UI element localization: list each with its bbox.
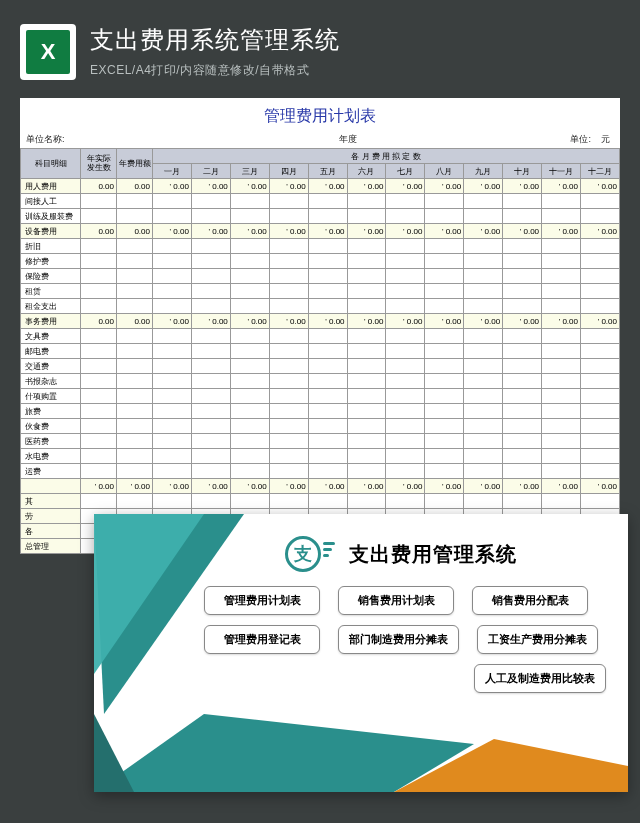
cell[interactable] xyxy=(464,194,503,209)
cell[interactable] xyxy=(347,494,386,509)
cell[interactable] xyxy=(153,194,192,209)
cell[interactable]: ' 0.00 xyxy=(464,179,503,194)
cell[interactable] xyxy=(503,344,542,359)
cell[interactable] xyxy=(230,194,269,209)
cell[interactable] xyxy=(425,374,464,389)
cell[interactable] xyxy=(117,374,153,389)
cell[interactable] xyxy=(153,434,192,449)
cell[interactable] xyxy=(425,359,464,374)
cell[interactable] xyxy=(347,359,386,374)
cell[interactable]: ' 0.00 xyxy=(386,314,425,329)
cell[interactable] xyxy=(269,299,308,314)
cell[interactable] xyxy=(347,209,386,224)
cell[interactable] xyxy=(425,404,464,419)
cell[interactable] xyxy=(308,404,347,419)
cell[interactable] xyxy=(153,494,192,509)
cell[interactable]: ' 0.00 xyxy=(464,224,503,239)
cell[interactable] xyxy=(191,359,230,374)
cell[interactable] xyxy=(347,299,386,314)
cell[interactable] xyxy=(308,284,347,299)
cell[interactable] xyxy=(117,269,153,284)
cell[interactable] xyxy=(425,389,464,404)
cell[interactable] xyxy=(503,194,542,209)
cell[interactable] xyxy=(153,419,192,434)
cell[interactable] xyxy=(191,434,230,449)
cell[interactable] xyxy=(269,269,308,284)
cell[interactable] xyxy=(464,389,503,404)
cell[interactable] xyxy=(117,404,153,419)
nav-button[interactable]: 工资生产费用分摊表 xyxy=(477,625,598,654)
cell[interactable] xyxy=(464,464,503,479)
cell[interactable] xyxy=(191,419,230,434)
cell[interactable] xyxy=(153,299,192,314)
cell[interactable] xyxy=(580,374,619,389)
cell[interactable] xyxy=(580,464,619,479)
cell[interactable] xyxy=(269,404,308,419)
cell[interactable] xyxy=(425,434,464,449)
cell[interactable]: 0.00 xyxy=(117,224,153,239)
cell[interactable] xyxy=(580,299,619,314)
cell[interactable]: ' 0.00 xyxy=(542,314,581,329)
cell[interactable] xyxy=(503,449,542,464)
cell[interactable] xyxy=(386,374,425,389)
cell[interactable] xyxy=(269,449,308,464)
cell[interactable] xyxy=(542,269,581,284)
cell[interactable]: ' 0.00 xyxy=(308,179,347,194)
cell[interactable] xyxy=(117,254,153,269)
cell[interactable] xyxy=(503,269,542,284)
cell[interactable] xyxy=(386,464,425,479)
cell[interactable] xyxy=(308,254,347,269)
nav-button[interactable]: 销售费用计划表 xyxy=(338,586,454,615)
cell[interactable] xyxy=(542,419,581,434)
cell[interactable] xyxy=(191,239,230,254)
cell[interactable] xyxy=(153,209,192,224)
cell[interactable] xyxy=(542,344,581,359)
cell[interactable] xyxy=(153,344,192,359)
cell[interactable] xyxy=(117,449,153,464)
cell[interactable]: ' 0.00 xyxy=(542,179,581,194)
cell[interactable] xyxy=(269,284,308,299)
cell[interactable] xyxy=(81,374,117,389)
cell[interactable] xyxy=(230,434,269,449)
cell[interactable] xyxy=(386,209,425,224)
cell[interactable] xyxy=(425,494,464,509)
cell[interactable] xyxy=(425,254,464,269)
cell[interactable]: ' 0.00 xyxy=(464,314,503,329)
nav-button[interactable]: 销售费用分配表 xyxy=(472,586,588,615)
cell[interactable]: 0.00 xyxy=(81,224,117,239)
cell[interactable] xyxy=(580,344,619,359)
cell[interactable] xyxy=(542,494,581,509)
cell[interactable] xyxy=(386,284,425,299)
cell[interactable] xyxy=(269,329,308,344)
cell[interactable]: ' 0.00 xyxy=(386,179,425,194)
cell[interactable] xyxy=(542,404,581,419)
cell[interactable] xyxy=(386,404,425,419)
cell[interactable] xyxy=(269,359,308,374)
cell[interactable] xyxy=(542,284,581,299)
cell[interactable] xyxy=(153,359,192,374)
cell[interactable] xyxy=(117,359,153,374)
cell[interactable] xyxy=(347,374,386,389)
cell[interactable]: ' 0.00 xyxy=(580,179,619,194)
cell[interactable] xyxy=(503,404,542,419)
cell[interactable] xyxy=(81,254,117,269)
nav-button[interactable]: 人工及制造费用比较表 xyxy=(474,664,606,693)
cell[interactable] xyxy=(503,494,542,509)
cell[interactable] xyxy=(81,449,117,464)
cell[interactable] xyxy=(191,299,230,314)
cell[interactable] xyxy=(117,464,153,479)
cell[interactable]: ' 0.00 xyxy=(230,224,269,239)
cell[interactable] xyxy=(308,344,347,359)
cell[interactable] xyxy=(425,284,464,299)
cell[interactable] xyxy=(191,464,230,479)
cell[interactable]: 0.00 xyxy=(117,179,153,194)
cell[interactable] xyxy=(347,254,386,269)
cell[interactable] xyxy=(503,359,542,374)
cell[interactable] xyxy=(117,194,153,209)
cell[interactable] xyxy=(425,299,464,314)
cell[interactable] xyxy=(386,329,425,344)
cell[interactable] xyxy=(580,269,619,284)
cell[interactable] xyxy=(308,374,347,389)
cell[interactable] xyxy=(580,329,619,344)
cell[interactable]: ' 0.00 xyxy=(191,224,230,239)
